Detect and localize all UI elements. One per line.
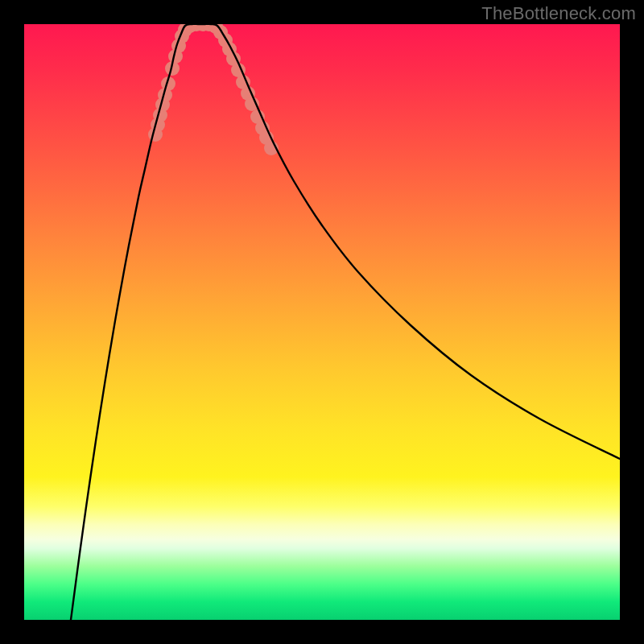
- curve-layer: [24, 24, 620, 620]
- plot-area: [24, 24, 620, 620]
- marker-group: [148, 24, 279, 155]
- watermark-text: TheBottleneck.com: [481, 3, 636, 24]
- chart-frame: TheBottleneck.com: [0, 0, 644, 644]
